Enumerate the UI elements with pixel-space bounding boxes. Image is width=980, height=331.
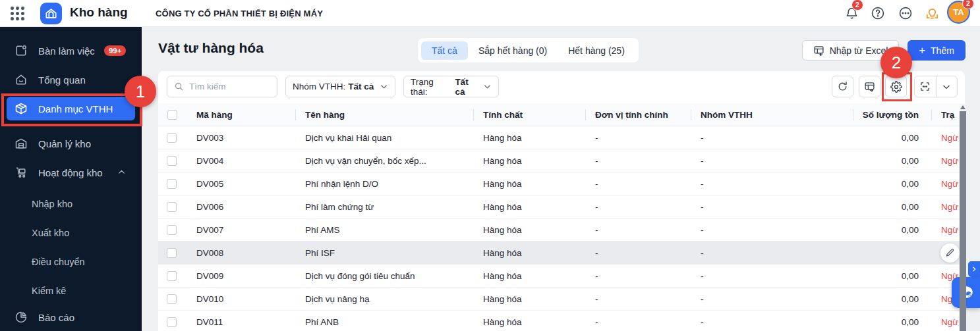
column-header[interactable]: Mã hàng [187,110,296,120]
item-type: Hàng hóa [474,202,586,212]
item-quantity: 0,00 [777,156,932,166]
item-group: - [691,248,777,258]
tab-t-t-c-[interactable]: Tất cả [421,41,468,60]
column-header[interactable]: Tên hàng [296,110,474,120]
group-filter-dropdown[interactable]: Nhóm VTHH: Tất cả [285,76,395,97]
search-input[interactable] [189,82,262,91]
table-row-dv005[interactable]: DV005Phí nhận lệnh D/OHàng hóa--0,00Ngừ [158,172,965,195]
item-code: DV009 [187,271,296,281]
bell-badge: 2 [851,0,863,11]
item-unit: - [586,317,691,327]
search-box[interactable] [167,76,277,97]
row-checkbox[interactable] [167,179,177,189]
sidebar-subitem-kiểm-kê[interactable]: Kiểm kê [0,276,142,305]
edit-row-button[interactable] [940,243,960,263]
whats-new-bulb-icon[interactable] [922,3,942,23]
table-row-dv004[interactable]: DV004Dịch vụ vận chuyển, bốc xếp...Hàng … [158,149,965,172]
items-table: Mã hàngTên hàngTính chấtĐơn vị tính chín… [158,103,965,331]
tab-h-t-h-ng-25-[interactable]: Hết hàng (25) [558,41,635,60]
user-avatar[interactable]: TA 2 [947,1,970,24]
column-header[interactable]: Đơn vị tính chính [586,110,691,120]
item-unit: - [586,179,691,189]
app-grid-icon[interactable] [11,7,24,20]
column-header[interactable]: Tính chất [474,110,586,120]
collapse-panel-tab[interactable] [968,261,980,277]
bell-icon[interactable]: 2 [842,3,861,23]
sidebar-item-báo-cáo[interactable]: Báo cáo [7,305,135,329]
stock-filter-tabs: Tất cảSắp hết hàng (0)Hết hàng (25) [418,38,639,63]
sidebar-subitem-điều-chuyển[interactable]: Điều chuyển [0,247,142,276]
table-row-dv003[interactable]: DV003Dịch vụ khai Hải quanHàng hóa--0,00… [158,126,965,149]
item-code: DV004 [187,156,296,166]
item-type: Hàng hóa [474,248,586,258]
sidebar-subitem-xuất-kho[interactable]: Xuất kho [0,218,142,247]
item-code: DV007 [187,225,296,235]
sidebar-subitem-nhập-kho[interactable]: Nhập kho [0,190,142,218]
item-code: DV006 [187,202,296,212]
item-unit: - [586,156,691,166]
item-group: - [691,202,777,212]
sidebar-item-bàn-làm-việc[interactable]: Bàn làm việc99+ [7,39,135,63]
scroll-up-arrow-icon[interactable] [960,105,966,109]
table-row-dv007[interactable]: DV007Phí AMSHàng hóa--0,00Ngừ [158,218,965,242]
row-checkbox[interactable] [167,248,177,258]
warehouse-app-logo-icon[interactable] [40,3,62,24]
chevron-up-icon [117,167,126,178]
vertical-scrollbar[interactable] [960,104,966,331]
item-quantity: 0,00 [777,294,932,304]
edit-pencil-icon [945,248,955,258]
item-code: DV005 [187,179,296,189]
item-type: Hàng hóa [474,179,586,189]
status-filter-dropdown[interactable]: Trạng thái: Tất cả [403,76,499,97]
sidebar-item-quản-lý-kho[interactable]: Quản lý kho [7,132,135,155]
table-row-dv010[interactable]: DV010Dịch vụ nâng hạHàng hóa--0,00Ngừ [158,288,965,311]
gear-icon [890,81,902,93]
tab-s-p-h-t-h-ng-0-[interactable]: Sắp hết hàng (0) [468,41,558,60]
item-type: Hàng hóa [474,317,586,327]
warehouse-icon [14,137,29,150]
row-checkbox[interactable] [167,317,177,327]
row-checkbox[interactable] [167,294,177,304]
view-options-button[interactable] [937,76,958,97]
item-type: Hàng hóa [474,156,586,166]
row-checkbox[interactable] [167,225,177,235]
more-options-icon[interactable] [896,3,915,23]
table-row-dv006[interactable]: DV006Phí làm chứng từHàng hóa--0,00Ngừ [158,195,965,218]
column-header[interactable]: Số lượng tồn [777,110,932,120]
sidebar-item-hoạt-động-kho[interactable]: Hoạt động kho [7,161,135,184]
item-group: - [691,133,777,143]
table-row-dv008[interactable]: DV008Phí ISFHàng hóa-- [158,242,965,265]
sidebar-item-tổng-quan[interactable]: Tổng quan [7,68,135,91]
table-row-dv011[interactable]: DV011Phí ANBHàng hóa--0,00Ngừ [158,311,965,331]
row-checkbox[interactable] [167,133,177,143]
table-row-dv009[interactable]: DV009Dịch vụ đóng gói tiêu chuẩnHàng hóa… [158,265,965,288]
column-header[interactable]: Nhóm VTHH [691,110,777,120]
scrollbar-thumb[interactable] [960,111,966,331]
sidebar-item-danh-mục-vthh[interactable]: Danh mục VTHH [7,97,135,120]
row-checkbox[interactable] [167,202,177,212]
chevron-down-icon [942,82,951,91]
select-all-checkbox[interactable] [167,110,177,120]
item-unit: - [586,133,691,143]
import-from-excel-button[interactable]: Nhập từ Excel [802,40,899,61]
search-icon [174,82,184,91]
refresh-button[interactable] [832,76,853,97]
table-settings-button[interactable] [885,76,907,97]
add-item-button[interactable]: + Thêm [908,40,966,61]
row-checkbox[interactable] [167,271,177,281]
export-table-button[interactable] [859,76,880,97]
item-group: - [691,156,777,166]
scan-icon [919,81,931,92]
item-code: DV008 [187,248,296,258]
row-checkbox[interactable] [167,156,177,166]
item-group: - [691,271,777,281]
home-icon [14,73,29,86]
item-quantity: 0,00 [777,271,932,281]
item-quantity: 0,00 [777,225,932,235]
table-export-icon [864,81,875,92]
avatar-badge: 2 [962,0,974,9]
fullscreen-scan-button[interactable] [915,76,937,97]
help-icon[interactable] [868,3,888,23]
sidebar-divider [7,126,135,126]
sidebar-item-label: Quản lý kho [38,138,91,149]
